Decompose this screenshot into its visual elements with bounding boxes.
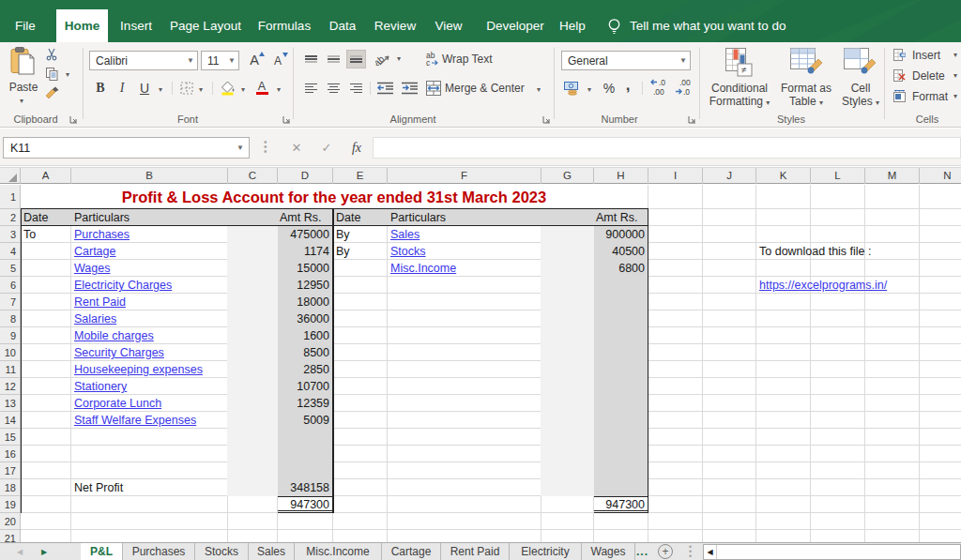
menu-tab-formulas[interactable]: Formulas	[258, 9, 311, 42]
wrap-text-button[interactable]: ab c	[425, 50, 441, 67]
accounting-format-button[interactable]	[563, 80, 582, 96]
row-header-20[interactable]: 20	[0, 513, 20, 530]
cell-B3[interactable]: Purchases	[74, 226, 130, 243]
align-bottom-button[interactable]	[346, 50, 366, 68]
row-header-11[interactable]: 11	[0, 361, 20, 378]
menu-tab-file[interactable]: File	[15, 9, 36, 42]
alignment-dialog-launcher[interactable]	[542, 115, 552, 125]
orientation-button[interactable]: ab	[374, 50, 393, 68]
menu-tab-data[interactable]: Data	[329, 9, 357, 42]
row-header-9[interactable]: 9	[0, 327, 20, 344]
underline-button[interactable]: U	[138, 81, 151, 96]
row-header-14[interactable]: 14	[0, 412, 20, 429]
cell-F2[interactable]: Particulars	[390, 209, 446, 226]
borders-dropdown-chevron[interactable]: ▾	[199, 86, 203, 94]
wrap-text-label[interactable]: Wrap Text	[442, 53, 493, 66]
merge-center-label[interactable]: Merge & Center	[445, 82, 525, 95]
copy-dropdown-chevron[interactable]: ▾	[66, 71, 69, 79]
name-box[interactable]: K11 ▼	[3, 137, 250, 159]
sheet-tab-sales[interactable]: Sales	[249, 543, 295, 560]
cell-B2[interactable]: Particulars	[74, 209, 130, 226]
row-header-15[interactable]: 15	[0, 429, 20, 446]
cell-B12[interactable]: Stationery	[74, 378, 127, 395]
cell-B9[interactable]: Mobile charges	[74, 327, 154, 344]
fill-color-button[interactable]	[220, 80, 236, 96]
decrease-indent-button[interactable]	[376, 81, 394, 96]
column-header-I[interactable]: I	[648, 168, 703, 184]
shrink-font-button[interactable]: A	[269, 53, 286, 68]
fill-color-dropdown-chevron[interactable]: ▾	[241, 86, 245, 94]
italic-button[interactable]: I	[116, 81, 128, 96]
percent-style-button[interactable]: %	[602, 81, 617, 95]
column-header-D[interactable]: D	[278, 168, 333, 184]
underline-dropdown-chevron[interactable]: ▾	[159, 86, 162, 94]
cell-E3[interactable]: By	[336, 226, 350, 243]
merge-center-dropdown-chevron[interactable]: ▾	[537, 86, 541, 94]
sheet-grid[interactable]: Profit & Loss Account for the year ended…	[0, 185, 961, 542]
cancel-button[interactable]: ✕	[283, 137, 310, 159]
column-header-F[interactable]: F	[388, 168, 542, 184]
font-color-button[interactable]: A	[254, 80, 269, 96]
column-header-C[interactable]: C	[228, 168, 278, 184]
menu-tab-developer[interactable]: Developer	[486, 9, 544, 42]
column-header-B[interactable]: B	[71, 168, 228, 184]
cell-K6[interactable]: https://excelprograms.in/	[759, 277, 887, 294]
new-sheet-button[interactable]: +	[658, 544, 673, 559]
cell-D4[interactable]: 1174	[280, 243, 329, 260]
font-dialog-launcher[interactable]	[282, 115, 292, 125]
tabbar-resize-handle[interactable]: •••	[689, 545, 692, 559]
cell-E2[interactable]: Date	[336, 209, 360, 226]
column-header-M[interactable]: M	[865, 168, 920, 184]
copy-button[interactable]	[44, 68, 59, 81]
column-header-G[interactable]: G	[542, 168, 594, 184]
column-header-H[interactable]: H	[594, 168, 648, 184]
cell-E4[interactable]: By	[336, 243, 350, 260]
row-header-3[interactable]: 3	[0, 226, 20, 243]
scroll-left-arrow[interactable]: ◀	[704, 545, 717, 559]
cell-D12[interactable]: 10700	[280, 378, 329, 395]
align-right-button[interactable]	[348, 81, 364, 96]
clipboard-dialog-launcher[interactable]	[69, 115, 79, 125]
accounting-dropdown-chevron[interactable]: ▾	[587, 86, 591, 94]
menu-tab-insert[interactable]: Insert	[120, 9, 152, 42]
comma-style-button[interactable]: ,	[623, 77, 633, 93]
row-header-4[interactable]: 4	[0, 243, 20, 260]
delete-cells-button[interactable]: Delete ▾	[892, 68, 961, 83]
cell-D7[interactable]: 18000	[280, 294, 329, 310]
cell-K4[interactable]: To download this file :	[759, 243, 872, 260]
column-header-E[interactable]: E	[333, 168, 388, 184]
more-sheets-ellipsis[interactable]: ...	[636, 543, 648, 560]
prev-sheet-arrow[interactable]: ◀	[17, 543, 23, 560]
cell-D10[interactable]: 8500	[280, 344, 329, 361]
align-middle-button[interactable]	[326, 52, 342, 67]
cell-B4[interactable]: Cartage	[74, 243, 115, 260]
row-header-1[interactable]: 1	[0, 185, 20, 209]
cell-D9[interactable]: 1600	[280, 327, 329, 344]
cell-total-credit[interactable]: 947300	[594, 496, 648, 513]
column-header-N[interactable]: N	[920, 168, 961, 184]
cell-styles-button[interactable]: Cell Styles ▾	[839, 46, 882, 112]
column-header-A[interactable]: A	[21, 168, 71, 184]
row-header-21[interactable]: 21	[0, 530, 20, 542]
sheet-tab-purchases[interactable]: Purchases	[123, 543, 195, 560]
row-header-16[interactable]: 16	[0, 446, 20, 462]
row-header-8[interactable]: 8	[0, 310, 20, 327]
row-header-13[interactable]: 13	[0, 395, 20, 412]
paste-dropdown-chevron[interactable]: ▾	[20, 98, 23, 105]
row-header-19[interactable]: 19	[0, 496, 20, 513]
cell-D18[interactable]: 348158	[280, 479, 329, 496]
sheet-tab-cartage[interactable]: Cartage	[382, 543, 441, 560]
cell-D6[interactable]: 12950	[280, 277, 329, 294]
horizontal-scrollbar[interactable]: ◀	[703, 544, 961, 560]
increase-decimal-button[interactable]: .0 .00	[648, 78, 671, 97]
align-top-button[interactable]	[303, 52, 319, 67]
cell-F4[interactable]: Stocks	[390, 243, 426, 260]
decrease-decimal-button[interactable]: .00 .0	[673, 78, 695, 97]
cell-B5[interactable]: Wages	[74, 260, 110, 277]
cell-B10[interactable]: Security Charges	[74, 344, 164, 361]
cell-B18[interactable]: Net Profit	[74, 479, 123, 496]
cell-B7[interactable]: Rent Paid	[74, 294, 126, 310]
sheet-tab-misc-income[interactable]: Misc.Income	[295, 543, 382, 560]
sheet-tab-p-l[interactable]: P&L	[81, 543, 123, 560]
increase-indent-button[interactable]	[401, 81, 419, 96]
